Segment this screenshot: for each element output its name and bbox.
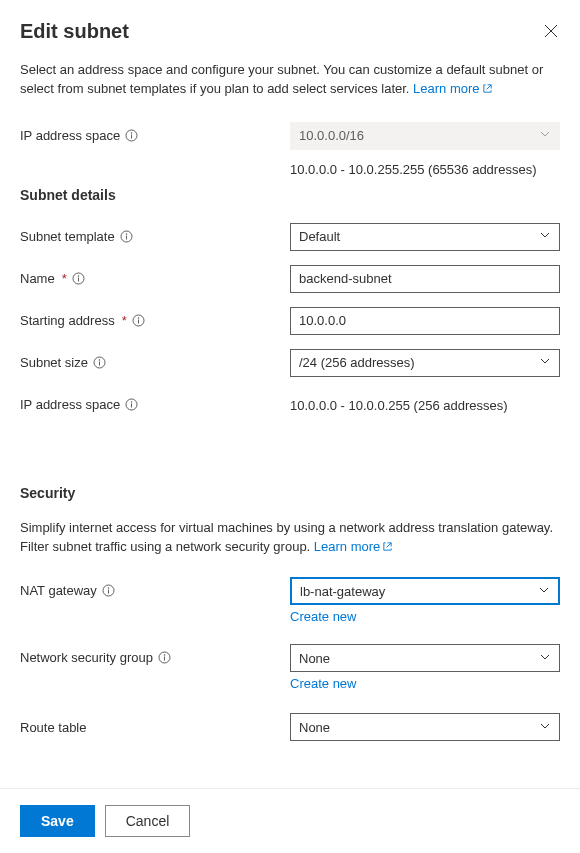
svg-rect-14 [99, 362, 100, 366]
nsg-select[interactable]: None [290, 644, 560, 672]
svg-rect-8 [78, 278, 79, 282]
info-icon[interactable] [132, 314, 145, 327]
required-indicator: * [62, 271, 67, 286]
chevron-down-icon [539, 229, 551, 244]
security-description: Simplify internet access for virtual mac… [20, 519, 560, 558]
footer: Save Cancel [0, 788, 580, 853]
chevron-down-icon [539, 355, 551, 370]
security-heading: Security [20, 485, 560, 501]
external-link-icon [382, 539, 393, 558]
svg-point-16 [131, 401, 133, 403]
cancel-button[interactable]: Cancel [105, 805, 191, 837]
info-icon[interactable] [125, 129, 138, 142]
save-button[interactable]: Save [20, 805, 95, 837]
subnet-template-label: Subnet template [20, 229, 115, 244]
ip-result-value: 10.0.0.0 - 10.0.0.255 (256 addresses) [290, 396, 560, 413]
nsg-create-new-link[interactable]: Create new [290, 676, 560, 691]
subnet-template-select[interactable]: Default [290, 223, 560, 251]
info-icon[interactable] [93, 356, 106, 369]
route-value: None [299, 720, 330, 735]
chevron-down-icon [539, 128, 551, 143]
chevron-down-icon [538, 584, 550, 599]
svg-point-7 [77, 275, 79, 277]
close-button[interactable] [544, 24, 560, 40]
svg-rect-20 [108, 590, 109, 594]
starting-address-label: Starting address [20, 313, 115, 328]
name-label: Name [20, 271, 55, 286]
subnet-size-select[interactable]: /24 (256 addresses) [290, 349, 560, 377]
svg-point-10 [137, 317, 139, 319]
external-link-icon [482, 81, 493, 100]
svg-point-22 [164, 655, 166, 657]
nsg-value: None [299, 651, 330, 666]
svg-point-1 [131, 132, 133, 134]
subnet-size-value: /24 (256 addresses) [299, 355, 415, 370]
name-input[interactable] [290, 265, 560, 293]
subnet-template-value: Default [299, 229, 340, 244]
info-icon[interactable] [72, 272, 85, 285]
nat-value: lb-nat-gateway [300, 584, 385, 599]
svg-rect-2 [131, 134, 132, 138]
nsg-label: Network security group [20, 650, 153, 665]
chevron-down-icon [539, 720, 551, 735]
svg-rect-5 [126, 236, 127, 240]
svg-point-13 [99, 359, 101, 361]
svg-point-4 [125, 233, 127, 235]
svg-rect-23 [164, 657, 165, 661]
subnet-details-heading: Subnet details [20, 187, 560, 203]
svg-rect-17 [131, 404, 132, 408]
chevron-down-icon [539, 651, 551, 666]
required-indicator: * [122, 313, 127, 328]
close-icon [544, 24, 558, 38]
nat-label: NAT gateway [20, 583, 97, 598]
security-desc-body: Simplify internet access for virtual mac… [20, 520, 553, 554]
subnet-size-label: Subnet size [20, 355, 88, 370]
intro-text: Select an address space and configure yo… [20, 61, 560, 100]
security-learn-more-link[interactable]: Learn more [314, 539, 393, 554]
nat-select[interactable]: lb-nat-gateway [290, 577, 560, 605]
ip-space-label: IP address space [20, 128, 120, 143]
info-icon[interactable] [125, 398, 138, 411]
ip-result-label: IP address space [20, 397, 120, 412]
starting-address-input[interactable] [290, 307, 560, 335]
svg-point-19 [108, 588, 110, 590]
intro-learn-more-link[interactable]: Learn more [413, 81, 492, 96]
svg-rect-11 [138, 320, 139, 324]
nat-create-new-link[interactable]: Create new [290, 609, 560, 624]
route-select[interactable]: None [290, 713, 560, 741]
ip-space-value: 10.0.0.0/16 [299, 128, 364, 143]
panel-title: Edit subnet [20, 20, 129, 43]
info-icon[interactable] [120, 230, 133, 243]
info-icon[interactable] [102, 584, 115, 597]
info-icon[interactable] [158, 651, 171, 664]
ip-space-select: 10.0.0.0/16 [290, 122, 560, 150]
route-label: Route table [20, 720, 87, 735]
ip-space-range: 10.0.0.0 - 10.0.255.255 (65536 addresses… [290, 160, 560, 177]
